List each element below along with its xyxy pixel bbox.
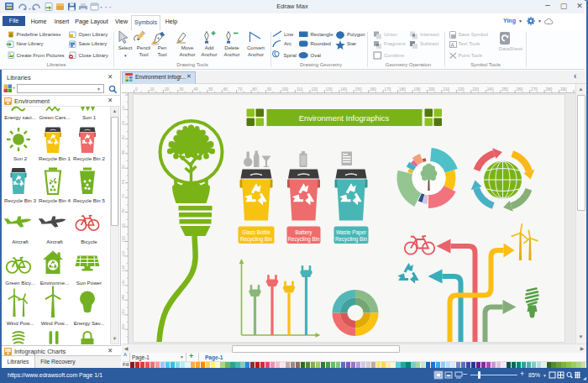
svg-text:140: 140 [340, 87, 347, 92]
svg-text:Recycling Bin: Recycling Bin [335, 236, 368, 243]
svg-text:110: 110 [122, 250, 126, 257]
svg-text:210: 210 [443, 87, 449, 92]
svg-text:220: 220 [458, 87, 465, 92]
svg-text:0: 0 [135, 87, 138, 92]
svg-text:120: 120 [311, 87, 318, 92]
svg-text:270: 270 [531, 87, 538, 92]
svg-text:80: 80 [253, 87, 258, 92]
svg-text:Recycling Bin: Recycling Bin [287, 236, 320, 243]
svg-text:150: 150 [355, 87, 362, 92]
svg-text:Glass Bottle: Glass Bottle [242, 229, 270, 235]
svg-text:100: 100 [122, 235, 126, 242]
svg-text:170: 170 [385, 87, 391, 92]
svg-text:50: 50 [208, 87, 213, 92]
svg-text:Environment Infographics: Environment Infographics [299, 113, 390, 123]
svg-text:Recycling Bin: Recycling Bin [240, 236, 273, 243]
svg-text:40: 40 [122, 150, 126, 155]
svg-text:20: 20 [122, 120, 126, 125]
svg-text:60: 60 [223, 87, 228, 92]
svg-text:90: 90 [122, 223, 126, 228]
svg-text:70: 70 [122, 194, 126, 199]
svg-text:100: 100 [282, 87, 289, 92]
svg-text:40: 40 [194, 87, 199, 92]
svg-text:250: 250 [501, 87, 508, 92]
svg-text:80: 80 [122, 208, 126, 213]
svg-text:140: 140 [122, 294, 126, 301]
svg-text:10: 10 [122, 106, 126, 111]
svg-text:190: 190 [414, 87, 421, 92]
svg-text:Waste Paper: Waste Paper [336, 229, 366, 236]
svg-text:50: 50 [122, 165, 126, 170]
svg-text:180: 180 [399, 87, 406, 92]
svg-text:120: 120 [122, 265, 126, 271]
svg-text:260: 260 [517, 87, 523, 92]
svg-text:160: 160 [370, 87, 376, 92]
svg-text:240: 240 [487, 87, 494, 92]
svg-text:160: 160 [122, 323, 126, 330]
svg-text:70: 70 [238, 87, 243, 92]
svg-text:30: 30 [179, 87, 184, 92]
svg-text:90: 90 [267, 87, 272, 92]
svg-text:130: 130 [326, 87, 333, 92]
svg-text:230: 230 [472, 87, 479, 92]
svg-text:290: 290 [560, 87, 567, 92]
svg-text:60: 60 [122, 179, 126, 184]
svg-text:20: 20 [165, 87, 170, 92]
svg-text:A: A [451, 42, 455, 48]
svg-text:Battery: Battery [296, 229, 313, 236]
svg-text:150: 150 [122, 309, 126, 316]
svg-text:10: 10 [150, 87, 155, 92]
svg-text:130: 130 [122, 280, 126, 286]
svg-text:280: 280 [546, 87, 553, 92]
svg-text:110: 110 [297, 87, 303, 92]
svg-text:30: 30 [122, 135, 126, 140]
svg-text:200: 200 [428, 87, 435, 92]
